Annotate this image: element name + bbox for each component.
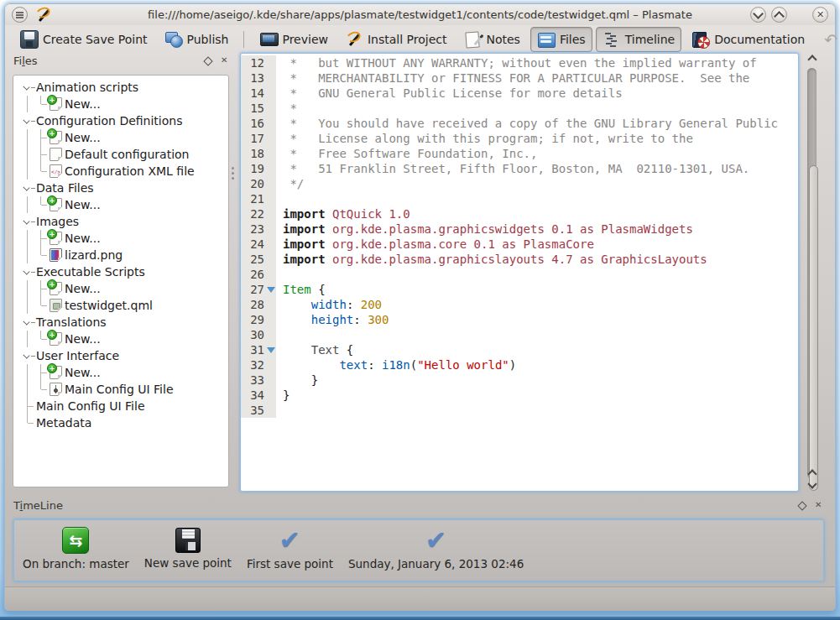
code-line-22[interactable]: 22import QtQuick 1.0 xyxy=(241,206,798,221)
minimize-button[interactable] xyxy=(750,7,766,23)
fold-marker-icon[interactable] xyxy=(267,347,275,353)
expander-chevron-icon[interactable] xyxy=(20,347,34,364)
tree-item-translations[interactable]: Translations xyxy=(20,314,228,331)
toolbar-button-preview[interactable]: Preview xyxy=(253,27,335,52)
close-panel-icon[interactable] xyxy=(814,501,824,511)
timeline-item-first-save-point[interactable]: ✔First save point xyxy=(247,527,333,571)
code-line-15[interactable]: 15 * xyxy=(241,101,798,116)
fold-marker-icon[interactable] xyxy=(267,287,275,293)
tree-item-testwidget-qml[interactable]: testwidget.qml xyxy=(20,297,228,314)
tree-item-animation-scripts[interactable]: Animation scripts xyxy=(20,79,228,96)
line-number: 24 xyxy=(241,237,276,252)
code-line-24[interactable]: 24import org.kde.plasma.core 0.1 as Plas… xyxy=(241,237,798,252)
code-line-20[interactable]: 20 */ xyxy=(241,176,798,191)
timeline-item-on-branch-master[interactable]: ⇆On branch: master xyxy=(23,527,129,571)
plasmate-window: file:///home/aseigo/.kde/share/apps/plas… xyxy=(4,3,836,611)
expander-chevron-icon[interactable] xyxy=(20,314,34,331)
code-line-19[interactable]: 19 * 51 Franklin Street, Fifth Floor, Bo… xyxy=(241,161,798,176)
tree-item-user-interface[interactable]: User Interface xyxy=(20,347,228,364)
tree-item-images[interactable]: Images xyxy=(20,213,228,230)
splitter-handle[interactable] xyxy=(232,167,234,180)
code-line-34[interactable]: 34} xyxy=(241,388,798,403)
tree-item-configuration-definitions[interactable]: Configuration Definitions xyxy=(20,112,228,129)
close-button[interactable] xyxy=(812,7,828,23)
timeline-list[interactable]: ⇆On branch: masterNew save point✔First s… xyxy=(13,519,824,581)
tree-guide xyxy=(20,398,34,414)
toolbar-button-install-project[interactable]: Install Project xyxy=(338,27,454,52)
tree-guide xyxy=(34,196,47,213)
expander-chevron-icon[interactable] xyxy=(20,213,34,230)
code-line-16[interactable]: 16 * You should have received a copy of … xyxy=(241,116,798,131)
scroll-up2-icon[interactable] xyxy=(808,469,816,477)
tree-item-new[interactable]: New... xyxy=(20,96,228,112)
tree-item-data-files[interactable]: Data Files xyxy=(20,180,228,196)
expander-chevron-icon[interactable] xyxy=(20,263,34,280)
toolbar-button-create-save-point[interactable]: Create Save Point xyxy=(13,27,154,52)
tree-item-new[interactable]: New... xyxy=(20,129,228,146)
toolbar-button-files[interactable]: Files xyxy=(530,27,592,52)
float-panel-icon[interactable] xyxy=(203,56,213,66)
code-line-17[interactable]: 17 * License along with this program; if… xyxy=(241,131,798,146)
tree-item-new[interactable]: New... xyxy=(20,230,228,247)
files-tree[interactable]: Animation scriptsNew...Configuration Def… xyxy=(13,75,229,487)
tree-item-main-config-ui-file[interactable]: Main Config UI File xyxy=(20,398,228,414)
window-menu-button[interactable] xyxy=(12,7,28,23)
code-line-25[interactable]: 25import org.kde.plasma.graphicslayouts … xyxy=(241,252,798,267)
code-text xyxy=(276,191,283,206)
title-bar[interactable]: file:///home/aseigo/.kde/share/apps/plas… xyxy=(5,4,835,25)
commit-check-icon: ✔ xyxy=(276,527,303,554)
code-line-23[interactable]: 23import org.kde.plasma.graphicswidgets … xyxy=(241,221,798,237)
tree-item-new[interactable]: New... xyxy=(20,280,228,297)
toolbar-button-publish[interactable]: Publish xyxy=(158,27,236,52)
floppy-save-icon xyxy=(175,528,201,553)
documentation-book-icon xyxy=(691,30,710,49)
toolbar-button-documentation[interactable]: Documentation xyxy=(685,27,811,52)
code-line-26[interactable]: 26 xyxy=(241,267,798,282)
code-line-14[interactable]: 14 * GNU General Public License for more… xyxy=(241,86,798,101)
code-line-18[interactable]: 18 * Free Software Foundation, Inc., xyxy=(241,146,798,161)
tree-item-metadata[interactable]: Metadata xyxy=(20,414,228,431)
tree-item-label: New... xyxy=(65,282,101,295)
code-line-29[interactable]: 29 height: 300 xyxy=(241,312,798,327)
scrollbar-track[interactable] xyxy=(807,68,817,479)
notes-pencil-icon xyxy=(463,30,482,49)
timeline-item-new-save-point[interactable]: New save point xyxy=(144,527,232,570)
tree-item-main-config-ui-file[interactable]: Main Config UI File xyxy=(20,381,228,398)
expander-chevron-icon[interactable] xyxy=(20,180,34,196)
toolbar-button-notes[interactable]: Notes xyxy=(457,27,526,52)
tree-guide xyxy=(34,381,47,398)
code-line-13[interactable]: 13 * MERCHANTABILITY or FITNESS FOR A PA… xyxy=(241,70,798,86)
toolbar-button-timeline[interactable]: Timeline xyxy=(596,27,682,52)
tree-item-configuration-xml-file[interactable]: Configuration XML file xyxy=(20,163,228,180)
expander-chevron-icon[interactable] xyxy=(20,79,34,96)
tree-guide xyxy=(20,129,34,146)
code-line-31[interactable]: 31 Text { xyxy=(241,342,798,357)
code-line-27[interactable]: 27Item { xyxy=(241,282,798,297)
maximize-button[interactable] xyxy=(771,7,787,23)
code-line-35[interactable]: 35 xyxy=(241,403,798,418)
code-line-21[interactable]: 21 xyxy=(241,191,798,206)
code-line-32[interactable]: 32 text: i18n("Hello world") xyxy=(241,357,798,373)
float-panel-icon[interactable] xyxy=(797,501,807,511)
toolbar-button-undo[interactable]: ↶Undo xyxy=(815,27,840,52)
close-panel-icon[interactable] xyxy=(220,56,230,66)
code-line-28[interactable]: 28 width: 200 xyxy=(241,297,798,312)
scrollbar-thumb[interactable] xyxy=(809,165,818,491)
code-line-12[interactable]: 12 * but WITHOUT ANY WARRANTY; without e… xyxy=(241,55,798,70)
code-line-30[interactable]: 30 xyxy=(241,327,798,342)
code-text: text: i18n("Hello world") xyxy=(276,357,516,373)
scroll-up-icon[interactable] xyxy=(808,55,816,62)
editor-scrollbar[interactable] xyxy=(805,53,819,493)
tree-item-new[interactable]: New... xyxy=(20,196,228,213)
code-editor[interactable]: 12 * but WITHOUT ANY WARRANTY; without e… xyxy=(240,53,799,492)
tree-item-default-configuration[interactable]: Default configuration xyxy=(20,146,228,163)
scroll-down-icon[interactable] xyxy=(808,481,816,488)
tree-item-new[interactable]: New... xyxy=(20,364,228,381)
tree-item-executable-scripts[interactable]: Executable Scripts xyxy=(20,263,228,280)
tree-item-lizard-png[interactable]: lizard.png xyxy=(20,247,228,263)
timeline-item-sunday-january-6-2013-02-46[interactable]: ✔Sunday, January 6, 2013 02:46 xyxy=(348,527,524,571)
tree-item-new[interactable]: New... xyxy=(20,331,228,347)
new-file-icon xyxy=(50,198,62,211)
code-line-33[interactable]: 33 } xyxy=(241,373,798,388)
expander-chevron-icon[interactable] xyxy=(20,112,34,129)
